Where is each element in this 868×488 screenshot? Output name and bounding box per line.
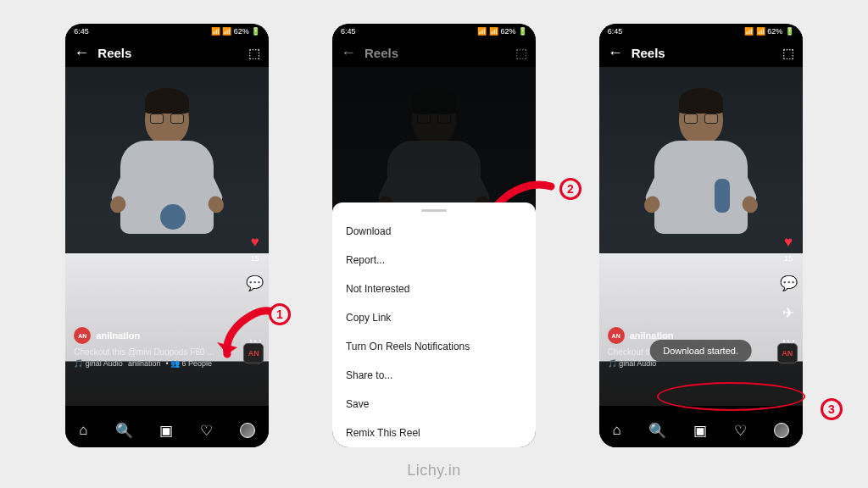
nav-search-icon[interactable]: 🔍 — [648, 422, 666, 440]
reel-video-area[interactable]: ♥ 15 💬 ✈ ⋮ AN anilnation Checkout this @… — [599, 67, 803, 406]
nav-home-icon[interactable]: ⌂ — [79, 422, 87, 439]
bottom-nav: ⌂ 🔍 ▣ ♡ — [65, 413, 269, 447]
like-count: 15 — [784, 254, 793, 263]
nav-reels-icon[interactable]: ▣ — [159, 422, 173, 440]
watermark: Lichy.in — [407, 462, 461, 480]
header-title: Reels — [632, 46, 782, 60]
sheet-item-notifications[interactable]: Turn On Reels Notifications — [332, 332, 536, 361]
share-icon[interactable]: ✈ — [782, 304, 794, 322]
reel-caption: Checkout this @mivi Duopods F60 ... — [74, 347, 231, 357]
tag-user[interactable]: anilnation — [128, 359, 161, 368]
download-toast: Download started. — [649, 340, 752, 362]
like-icon[interactable]: ♥ — [251, 234, 259, 251]
audio-thumbnail[interactable]: AN — [777, 343, 798, 363]
annotation-step-3: 3 — [821, 398, 843, 420]
status-time: 6:45 — [608, 27, 623, 36]
status-right: 📶 📶 62% 🔋 — [211, 27, 261, 36]
nav-profile-icon[interactable] — [774, 423, 789, 438]
username[interactable]: anilnation — [96, 330, 140, 341]
camera-icon[interactable]: ⬚ — [248, 46, 260, 61]
phone-screen-2: 6:45 📶 📶 62% 🔋 ← Reels ⬚ Download Report… — [332, 24, 536, 447]
back-icon[interactable]: ← — [341, 44, 356, 62]
status-time: 6:45 — [341, 27, 356, 36]
sheet-item-remix[interactable]: Remix This Reel — [332, 419, 536, 447]
comment-icon[interactable]: 💬 — [246, 274, 264, 292]
status-time: 6:45 — [74, 27, 89, 36]
reels-header: ← Reels ⬚ — [332, 39, 536, 67]
status-right: 📶 📶 62% 🔋 — [744, 27, 794, 36]
status-bar: 6:45 📶 📶 62% 🔋 — [599, 24, 803, 39]
nav-reels-icon[interactable]: ▣ — [693, 422, 707, 440]
like-count: 15 — [251, 254, 259, 263]
comment-icon[interactable]: 💬 — [780, 274, 798, 292]
tagged-people[interactable]: • 👥 6 People — [165, 359, 212, 368]
sheet-item-report[interactable]: Report... — [332, 246, 536, 274]
nav-search-icon[interactable]: 🔍 — [115, 422, 133, 440]
reels-header: ← Reels ⬚ — [65, 39, 269, 67]
reel-actions-sidebar: ♥ 15 💬 ✈ ⋮ — [780, 234, 798, 347]
status-right: 📶 📶 62% 🔋 — [477, 27, 527, 36]
nav-activity-icon[interactable]: ♡ — [200, 422, 213, 440]
status-bar: 6:45 📶 📶 62% 🔋 — [332, 24, 536, 39]
sheet-item-share-to[interactable]: Share to... — [332, 361, 536, 390]
phone-screen-1: 6:45 📶 📶 62% 🔋 ← Reels ⬚ ♥ 15 💬 ✈ ⋮ — [65, 24, 269, 447]
header-title: Reels — [97, 46, 248, 60]
status-bar: 6:45 📶 📶 62% 🔋 — [65, 24, 269, 39]
reels-header: ← Reels ⬚ — [599, 39, 803, 67]
sheet-item-not-interested[interactable]: Not Interested — [332, 274, 536, 303]
nav-home-icon[interactable]: ⌂ — [613, 422, 621, 439]
bottom-nav: ⌂ 🔍 ▣ ♡ — [599, 413, 803, 447]
camera-icon[interactable]: ⬚ — [515, 46, 527, 61]
audio-label[interactable]: 🎵 ginal Audio — [608, 359, 657, 368]
back-icon[interactable]: ← — [608, 44, 623, 62]
header-title: Reels — [364, 46, 515, 60]
back-icon[interactable]: ← — [74, 44, 89, 62]
like-icon[interactable]: ♥ — [784, 234, 793, 251]
audio-label[interactable]: 🎵 ginal Audio — [74, 359, 123, 368]
sheet-item-copy-link[interactable]: Copy Link — [332, 303, 536, 332]
nav-profile-icon[interactable] — [240, 423, 255, 438]
sheet-item-save[interactable]: Save — [332, 390, 536, 419]
camera-icon[interactable]: ⬚ — [782, 46, 794, 61]
sheet-handle[interactable] — [421, 209, 447, 212]
annotation-arrow-1 — [212, 297, 288, 373]
options-bottom-sheet: Download Report... Not Interested Copy L… — [332, 202, 536, 447]
avatar[interactable]: AN — [608, 327, 625, 344]
reel-meta: AN anilnation Checkout this @mivi Duopod… — [74, 327, 231, 368]
avatar[interactable]: AN — [74, 327, 91, 344]
nav-activity-icon[interactable]: ♡ — [734, 422, 747, 440]
annotation-highlight-toast — [657, 382, 805, 411]
sheet-item-download[interactable]: Download — [332, 217, 536, 246]
